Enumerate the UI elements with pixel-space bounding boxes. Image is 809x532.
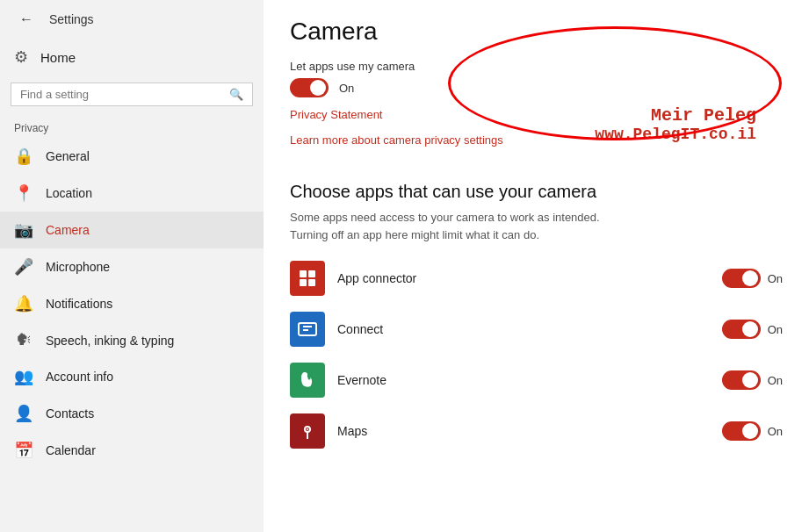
sidebar-item-label: Camera [46, 223, 90, 237]
svg-rect-0 [300, 270, 307, 277]
sidebar-item-account[interactable]: 👥 Account info [0, 358, 264, 395]
home-label: Home [40, 50, 76, 65]
back-button[interactable]: ← [14, 10, 39, 29]
search-input[interactable] [20, 88, 224, 101]
app-evernote-toggle[interactable] [722, 370, 761, 390]
app-maps-icon [290, 413, 325, 449]
app-maps-toggle-area: On [722, 421, 783, 441]
app-connect-name: Connect [337, 322, 710, 336]
privacy-statement-link[interactable]: Privacy Statement [290, 108, 383, 121]
sidebar-item-label: Calendar [46, 443, 96, 457]
app-evernote-name: Evernote [337, 373, 710, 387]
camera-toggle[interactable] [290, 78, 329, 97]
sidebar-item-label: Notifications [46, 297, 112, 311]
app-evernote-state: On [768, 374, 783, 387]
camera-toggle-description: Let apps use my camera [290, 60, 783, 73]
lock-icon: 🔒 [14, 147, 33, 166]
contacts-icon: 👤 [14, 404, 33, 423]
svg-point-9 [307, 428, 308, 430]
sidebar-item-label: Microphone [46, 260, 110, 274]
microphone-icon: 🎤 [14, 257, 33, 277]
sidebar-item-location[interactable]: 📍 Location [0, 175, 264, 212]
privacy-section-label: Privacy [0, 113, 264, 138]
home-icon: ⚙ [14, 47, 28, 67]
app-connect-state: On [768, 323, 783, 336]
settings-title: Settings [49, 12, 94, 26]
app-connector-name: App connector [337, 271, 710, 285]
sidebar-item-camera[interactable]: 📷 Camera [0, 212, 264, 248]
app-row-maps: Maps On [290, 413, 783, 449]
svg-point-7 [308, 377, 311, 380]
location-icon: 📍 [14, 183, 33, 203]
main-content: Camera Let apps use my camera On Privacy… [264, 0, 809, 532]
app-row-connect: Connect On [290, 312, 783, 347]
camera-toggle-row: On [290, 78, 783, 97]
app-connector-state: On [768, 272, 783, 285]
page-title: Camera [290, 18, 783, 46]
sidebar-item-label: Location [46, 186, 92, 200]
sidebar-item-label: Account info [46, 370, 113, 384]
search-icon: 🔍 [229, 88, 243, 101]
sidebar-item-microphone[interactable]: 🎤 Microphone [0, 248, 264, 285]
sidebar-item-general[interactable]: 🔒 General [0, 138, 264, 175]
speech-icon: 🗣 [14, 331, 33, 349]
sidebar-header: ← Settings [0, 0, 264, 39]
app-evernote-icon [290, 363, 325, 398]
app-connect-toggle[interactable] [722, 320, 761, 339]
app-evernote-toggle-area: On [722, 370, 783, 390]
apps-section-desc: Some apps need access to your camera to … [290, 209, 783, 243]
calendar-icon: 📅 [14, 441, 33, 460]
app-connector-icon [290, 261, 325, 296]
sidebar-item-label: General [46, 149, 90, 163]
app-maps-toggle[interactable] [722, 421, 761, 441]
svg-rect-3 [308, 279, 315, 286]
sidebar-item-label: Contacts [46, 406, 94, 421]
sidebar-item-notifications[interactable]: 🔔 Notifications [0, 285, 264, 322]
app-row-connector: App connector On [290, 261, 783, 296]
sidebar-item-contacts[interactable]: 👤 Contacts [0, 395, 264, 432]
app-connector-toggle-area: On [722, 269, 783, 288]
home-nav-item[interactable]: ⚙ Home [0, 39, 264, 75]
search-box: 🔍 [11, 83, 253, 106]
app-maps-name: Maps [337, 424, 710, 438]
apps-section-title: Choose apps that can use your camera [290, 182, 783, 202]
learn-more-link[interactable]: Learn more about camera privacy settings [290, 133, 503, 147]
app-connector-toggle[interactable] [722, 269, 761, 288]
camera-toggle-state: On [339, 82, 354, 95]
sidebar-item-label: Speech, inking & typing [46, 334, 174, 348]
sidebar: ← Settings ⚙ Home 🔍 Privacy 🔒 General 📍 … [0, 0, 264, 532]
svg-rect-1 [308, 270, 315, 277]
sidebar-item-calendar[interactable]: 📅 Calendar [0, 432, 264, 469]
app-connect-icon [290, 312, 325, 347]
app-connect-toggle-area: On [722, 320, 783, 339]
camera-icon: 📷 [14, 220, 33, 240]
app-row-evernote: Evernote On [290, 363, 783, 398]
svg-rect-2 [300, 279, 307, 286]
notifications-icon: 🔔 [14, 294, 33, 313]
account-icon: 👥 [14, 367, 33, 386]
app-maps-state: On [768, 425, 783, 438]
sidebar-item-speech[interactable]: 🗣 Speech, inking & typing [0, 322, 264, 358]
